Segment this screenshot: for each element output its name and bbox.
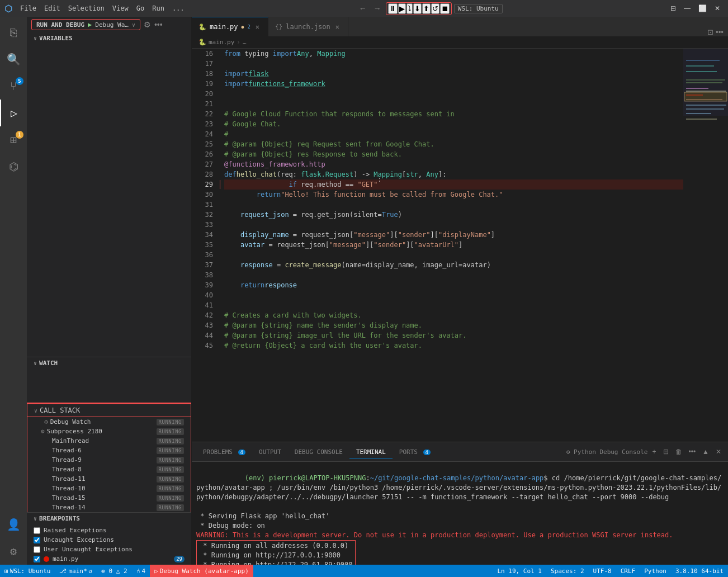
breadcrumb-filename[interactable]: main.py <box>209 39 234 46</box>
panel-tab-output[interactable]: OUTPUT <box>252 446 288 458</box>
back-button[interactable]: ← <box>357 3 369 14</box>
status-ports-item[interactable]: ⑃ 4 <box>132 565 150 577</box>
call-stack-item-thread8[interactable]: Thread-8 RUNNING <box>27 465 191 474</box>
terminal-split-button[interactable]: ⊟ <box>661 447 671 457</box>
menu-edit[interactable]: Edit <box>41 0 64 17</box>
debug-stop-button[interactable]: ⏹ <box>440 3 450 14</box>
panel-maximize-button[interactable]: ▲ <box>700 447 711 457</box>
debug-config-label[interactable]: Debug Wa… <box>95 21 129 29</box>
remote-explorer-icon[interactable]: ⌬ <box>0 153 27 180</box>
menu-run[interactable]: Run <box>149 0 168 17</box>
run-debug-icon[interactable]: ▷ <box>0 100 27 126</box>
menu-view[interactable]: View <box>109 0 132 17</box>
mainpy-tab-modified-dot: ● <box>242 25 244 30</box>
status-language-item[interactable]: Python <box>640 565 671 577</box>
code-line-16: from typing import Any, Mapping <box>224 49 683 59</box>
user-uncaught-checkbox[interactable] <box>34 546 40 553</box>
accounts-icon[interactable]: 👤 <box>0 511 27 538</box>
debug-watch-item-label: ⚙Debug Watch <box>44 418 91 425</box>
debug-step-out-button[interactable]: ⬆ <box>422 3 431 14</box>
call-stack-item-thread10[interactable]: Thread-10 RUNNING <box>27 484 191 493</box>
debug-step-into-button[interactable]: ⬇ <box>413 3 422 14</box>
watch-section-header[interactable]: ∨ WATCH <box>27 357 191 369</box>
debug-restart-button[interactable]: ↺ <box>431 3 439 14</box>
debug-more-button[interactable]: ••• <box>154 20 163 29</box>
source-control-icon[interactable]: ⑂ 5 <box>0 73 27 100</box>
minimize-button[interactable]: — <box>680 3 694 13</box>
thread10-badge: RUNNING <box>157 485 184 492</box>
new-terminal-button[interactable]: + <box>650 447 658 457</box>
status-position-item[interactable]: Ln 19, Col 1 <box>493 565 546 577</box>
panel-tab-terminal[interactable]: TERMINAL <box>349 446 393 458</box>
debug-watch-gear-icon: ⚙ <box>44 418 48 425</box>
breakpoint-mainpy[interactable]: main.py 29 <box>27 554 191 564</box>
debug-pause-button[interactable]: ⏸ <box>388 3 398 14</box>
launchjson-tab-label: launch.json <box>286 23 330 31</box>
menu-more[interactable]: ... <box>169 0 188 17</box>
breakpoint-user-uncaught[interactable]: User Uncaught Exceptions <box>27 545 191 554</box>
menu-file[interactable]: File <box>17 0 40 17</box>
mainpy-checkbox[interactable] <box>34 556 40 562</box>
more-tabs-button[interactable]: ••• <box>716 28 724 36</box>
thread9-label: Thread-9 <box>52 456 82 464</box>
status-version-item[interactable]: 3.8.10 64-bit <box>671 565 728 577</box>
call-stack-item-thread14[interactable]: Thread-14 RUNNING <box>27 503 191 512</box>
call-stack-item-thread9[interactable]: Thread-9 RUNNING <box>27 455 191 465</box>
status-branch-item[interactable]: ⎇ main* ↺ <box>55 565 97 577</box>
close-button[interactable]: ✕ <box>711 3 724 13</box>
variables-section-header[interactable]: ∨ VARIABLES <box>27 32 191 44</box>
terminal-kill-button[interactable]: 🗑 <box>673 447 684 457</box>
maximize-button[interactable]: ⬜ <box>695 3 710 13</box>
layout-button[interactable]: ⊟ <box>667 3 679 13</box>
panel-tab-ports[interactable]: PORTS 4 <box>393 446 437 458</box>
call-stack-item-debug-watch[interactable]: ⚙Debug Watch RUNNING <box>27 417 191 427</box>
status-wsl-item[interactable]: ⊞ WSL: Ubuntu <box>0 565 55 577</box>
activity-bottom: 👤 ⚙ <box>0 511 27 565</box>
terminal-more-button[interactable]: ••• <box>687 447 698 457</box>
breakpoints-chevron-icon: ∨ <box>34 515 37 522</box>
mainpy-tab-close[interactable]: ✕ <box>254 22 261 31</box>
search-icon[interactable]: 🔍 <box>0 46 27 73</box>
extensions-icon[interactable]: ⊞ 1 <box>0 126 27 153</box>
status-errors-item[interactable]: ⊗ 0 △ 2 <box>97 565 131 577</box>
debug-session-label[interactable]: WSL: Ubuntu <box>454 4 503 13</box>
panel-tab-problems[interactable]: PROBLEMS 4 <box>196 446 252 458</box>
breadcrumb-location[interactable]: … <box>243 39 247 46</box>
status-debug-item[interactable]: ▷ Debug Watch (avatar-app) <box>150 565 253 577</box>
menu-go[interactable]: Go <box>133 0 148 17</box>
explorer-icon[interactable]: ⎘ <box>0 19 27 46</box>
call-stack-item-subprocess[interactable]: ⚙Subprocess 2180 RUNNING <box>27 427 191 436</box>
breakpoints-section-header[interactable]: ∨ BREAKPOINTS <box>27 513 191 524</box>
call-stack-item-mainthread[interactable]: MainThread RUNNING <box>27 436 191 446</box>
raised-exceptions-checkbox[interactable] <box>34 527 40 534</box>
code-content[interactable]: from typing import Any, Mapping import f… <box>220 49 683 442</box>
call-stack-header[interactable]: ∨ CALL STACK <box>27 404 191 417</box>
debug-step-over-button[interactable]: ⤵ <box>406 3 413 14</box>
debug-continue-button[interactable]: ▶ <box>398 3 406 14</box>
settings-icon[interactable]: ⚙ <box>0 538 27 565</box>
tab-launchjson[interactable]: {} launch.json ✕ <box>268 17 348 36</box>
activity-bar: ⎘ 🔍 ⑂ 5 ▷ ⊞ 1 ⌬ 👤 ⚙ <box>0 17 27 565</box>
status-encoding-item[interactable]: UTF-8 <box>589 565 616 577</box>
breakpoints-label: BREAKPOINTS <box>39 515 80 522</box>
breakpoint-raised-exceptions[interactable]: Raised Exceptions <box>27 526 191 535</box>
debug-gear-button[interactable]: ⚙ <box>144 20 151 29</box>
thread9-badge: RUNNING <box>157 457 184 464</box>
status-spaces-item[interactable]: Spaces: 2 <box>546 565 589 577</box>
forward-button[interactable]: → <box>371 3 384 14</box>
launchjson-tab-close[interactable]: ✕ <box>334 22 341 31</box>
uncaught-exceptions-label: Uncaught Exceptions <box>44 536 114 543</box>
call-stack-item-thread11[interactable]: Thread-11 RUNNING <box>27 474 191 484</box>
tab-mainpy[interactable]: 🐍 main.py ● 2 ✕ <box>192 17 268 36</box>
terminal-content[interactable]: (env) pierrick@LAPTOP-HKU5PNNG:~/git/goo… <box>192 462 728 565</box>
panel-close-button[interactable]: ✕ <box>713 447 724 457</box>
breakpoint-uncaught-exceptions[interactable]: Uncaught Exceptions <box>27 535 191 545</box>
split-editor-button[interactable]: ⊡ <box>707 28 713 36</box>
panel-tab-debug-console[interactable]: DEBUG CONSOLE <box>288 446 349 458</box>
call-stack-item-thread15[interactable]: Thread-15 RUNNING <box>27 493 191 503</box>
uncaught-exceptions-checkbox[interactable] <box>34 537 40 543</box>
problems-badge: 4 <box>238 450 245 455</box>
call-stack-item-thread6[interactable]: Thread-6 RUNNING <box>27 446 191 455</box>
menu-selection[interactable]: Selection <box>65 0 108 17</box>
status-line-ending-item[interactable]: CRLF <box>616 565 640 577</box>
